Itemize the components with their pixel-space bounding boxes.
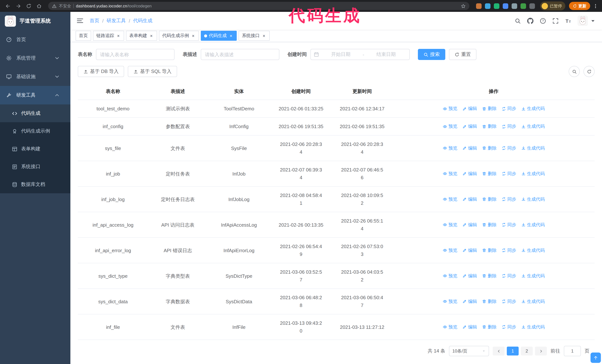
table-desc-input[interactable] bbox=[201, 49, 279, 60]
user-avatar-menu[interactable] bbox=[578, 16, 596, 26]
op-edit-link[interactable]: 编辑 bbox=[462, 123, 477, 130]
sidebar-subitem[interactable]: 系统接口 bbox=[0, 158, 70, 176]
op-edit-link[interactable]: 编辑 bbox=[462, 272, 477, 280]
op-delete-link[interactable]: 删除 bbox=[482, 105, 497, 113]
op-preview-link[interactable]: 预览 bbox=[442, 105, 457, 113]
breadcrumb-item[interactable]: 研发工具 bbox=[107, 17, 126, 24]
op-sync-link[interactable]: 同步 bbox=[501, 170, 516, 177]
browser-extension-icon[interactable] bbox=[503, 3, 508, 9]
browser-extension-icon[interactable] bbox=[512, 3, 517, 9]
op-preview-link[interactable]: 预览 bbox=[442, 123, 457, 130]
help-icon[interactable]: ? bbox=[540, 18, 546, 24]
next-page-button[interactable] bbox=[535, 347, 547, 355]
breadcrumb-item[interactable]: 首页 bbox=[90, 17, 99, 24]
reset-button[interactable]: 重置 bbox=[449, 49, 476, 60]
op-preview-link[interactable]: 预览 bbox=[442, 246, 457, 254]
sidebar-subitem[interactable]: 表单构建 bbox=[0, 140, 70, 158]
hamburger-icon[interactable] bbox=[76, 17, 84, 24]
op-edit-link[interactable]: 编辑 bbox=[462, 144, 477, 152]
op-preview-link[interactable]: 预览 bbox=[442, 298, 457, 305]
op-delete-link[interactable]: 删除 bbox=[482, 272, 497, 280]
op-sync-link[interactable]: 同步 bbox=[501, 221, 516, 229]
op-delete-link[interactable]: 删除 bbox=[482, 221, 497, 229]
search-icon[interactable] bbox=[515, 18, 521, 24]
tab-close-icon[interactable]: × bbox=[116, 33, 121, 38]
op-preview-link[interactable]: 预览 bbox=[442, 323, 457, 331]
op-preview-link[interactable]: 预览 bbox=[442, 195, 457, 203]
op-generate-code-link[interactable]: 生成代码 bbox=[521, 298, 545, 305]
bookmark-star-icon[interactable] bbox=[461, 3, 466, 8]
browser-home-button[interactable] bbox=[34, 1, 44, 11]
op-edit-link[interactable]: 编辑 bbox=[462, 105, 477, 113]
op-delete-link[interactable]: 删除 bbox=[482, 246, 497, 254]
browser-forward-button[interactable] bbox=[13, 1, 23, 11]
tab-item[interactable]: 首页 bbox=[75, 31, 91, 41]
address-bar[interactable]: 不安全 dashboard.yudao.iocoder.cn/tool/code… bbox=[48, 2, 469, 10]
tab-close-icon[interactable]: × bbox=[262, 33, 266, 38]
sidebar-item[interactable]: 首页 bbox=[0, 30, 70, 49]
op-preview-link[interactable]: 预览 bbox=[442, 170, 457, 177]
op-preview-link[interactable]: 预览 bbox=[442, 272, 457, 280]
op-sync-link[interactable]: 同步 bbox=[501, 195, 516, 203]
page-button[interactable]: 2 bbox=[521, 347, 533, 355]
date-range-picker[interactable]: 开始日期 - 结束日期 bbox=[311, 49, 410, 60]
op-generate-code-link[interactable]: 生成代码 bbox=[521, 170, 545, 177]
op-preview-link[interactable]: 预览 bbox=[442, 221, 457, 229]
fullscreen-icon[interactable] bbox=[552, 18, 559, 24]
tab-item[interactable]: 表单构建× bbox=[126, 31, 157, 41]
op-edit-link[interactable]: 编辑 bbox=[462, 246, 477, 254]
import-db-button[interactable]: 基于 DB 导入 bbox=[78, 66, 124, 77]
op-delete-link[interactable]: 删除 bbox=[482, 170, 497, 177]
op-sync-link[interactable]: 同步 bbox=[501, 144, 516, 152]
op-sync-link[interactable]: 同步 bbox=[501, 272, 516, 280]
op-generate-code-link[interactable]: 生成代码 bbox=[521, 221, 545, 229]
browser-extension-icon[interactable] bbox=[529, 3, 535, 9]
op-generate-code-link[interactable]: 生成代码 bbox=[521, 144, 545, 152]
op-preview-link[interactable]: 预览 bbox=[442, 144, 457, 152]
back-to-top-button[interactable] bbox=[591, 353, 601, 363]
op-sync-link[interactable]: 同步 bbox=[501, 105, 516, 113]
search-button[interactable]: 搜索 bbox=[418, 49, 445, 60]
github-icon[interactable] bbox=[527, 18, 533, 24]
page-size-select[interactable]: 10条/页 bbox=[449, 346, 489, 356]
page-button[interactable]: 1 bbox=[507, 347, 519, 355]
sidebar-subitem[interactable]: 代码生成 bbox=[0, 104, 70, 122]
op-sync-link[interactable]: 同步 bbox=[501, 298, 516, 305]
op-edit-link[interactable]: 编辑 bbox=[462, 195, 477, 203]
browser-extension-icon[interactable] bbox=[476, 3, 482, 9]
tab-item[interactable]: 系统接口× bbox=[239, 31, 270, 41]
op-generate-code-link[interactable]: 生成代码 bbox=[521, 246, 545, 254]
op-generate-code-link[interactable]: 生成代码 bbox=[521, 272, 545, 280]
op-generate-code-link[interactable]: 生成代码 bbox=[521, 123, 545, 130]
tab-item[interactable]: 代码生成示例× bbox=[159, 31, 199, 41]
sidebar-subitem[interactable]: 代码生成示例 bbox=[0, 122, 70, 140]
sidebar-subitem[interactable]: 数据库文档 bbox=[0, 176, 70, 193]
profile-chip[interactable]: 已暂停 bbox=[540, 1, 565, 10]
breadcrumb-item[interactable]: 代码生成 bbox=[133, 17, 152, 24]
op-edit-link[interactable]: 编辑 bbox=[462, 170, 477, 177]
op-sync-link[interactable]: 同步 bbox=[501, 323, 516, 331]
sidebar-item[interactable]: 基础设施 bbox=[0, 67, 70, 86]
tab-close-icon[interactable]: × bbox=[229, 33, 233, 38]
op-delete-link[interactable]: 删除 bbox=[482, 123, 497, 130]
tab-close-icon[interactable]: × bbox=[149, 33, 154, 38]
browser-back-button[interactable] bbox=[3, 1, 13, 11]
browser-reload-button[interactable] bbox=[24, 1, 33, 11]
prev-page-button[interactable] bbox=[493, 347, 505, 355]
toggle-search-button[interactable] bbox=[569, 66, 580, 77]
sidebar-item[interactable]: 研发工具 bbox=[0, 86, 70, 104]
import-sql-button[interactable]: 基于 SQL 导入 bbox=[128, 66, 177, 77]
op-delete-link[interactable]: 删除 bbox=[482, 298, 497, 305]
sidebar-item[interactable]: 系统管理 bbox=[0, 49, 70, 67]
browser-extension-icon[interactable] bbox=[485, 3, 491, 9]
browser-menu-button[interactable] bbox=[592, 1, 599, 11]
tab-close-icon[interactable]: × bbox=[191, 33, 196, 38]
op-sync-link[interactable]: 同步 bbox=[501, 123, 516, 130]
op-sync-link[interactable]: 同步 bbox=[501, 246, 516, 254]
op-edit-link[interactable]: 编辑 bbox=[462, 298, 477, 305]
op-edit-link[interactable]: 编辑 bbox=[462, 323, 477, 331]
op-delete-link[interactable]: 删除 bbox=[482, 323, 497, 331]
op-generate-code-link[interactable]: 生成代码 bbox=[521, 195, 545, 203]
app-logo[interactable]: 芋道管理系统 bbox=[0, 12, 70, 30]
op-delete-link[interactable]: 删除 bbox=[482, 195, 497, 203]
